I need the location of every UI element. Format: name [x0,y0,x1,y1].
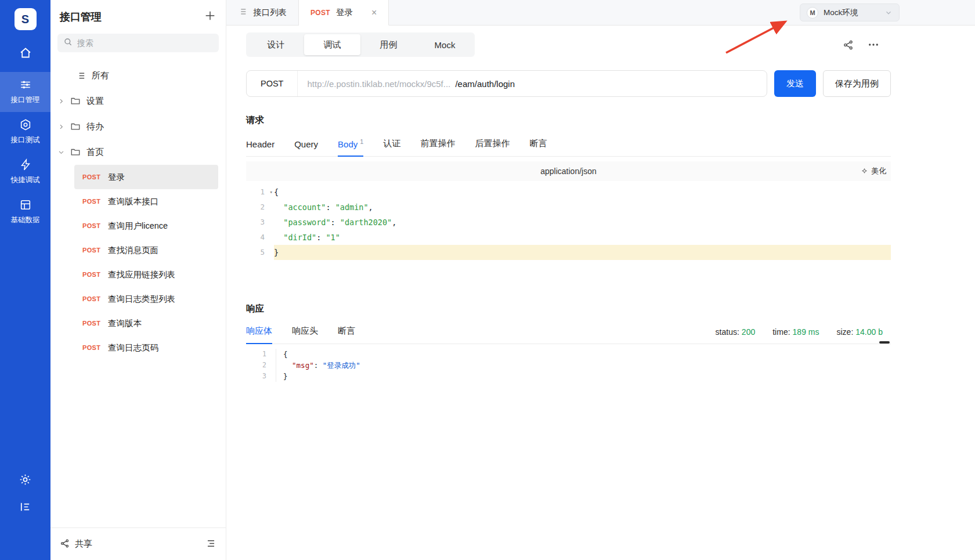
code-text[interactable]: "password": "darth2020", [274,215,891,230]
share-icon[interactable] [60,539,70,550]
request-tab-前置操作[interactable]: 前置操作 [420,138,455,156]
settings-gear-icon[interactable] [19,473,32,486]
mode-tab-Mock[interactable]: Mock [417,34,473,55]
method-tag: POST [82,344,101,351]
request-tab-认证[interactable]: 认证 [383,138,400,156]
close-icon[interactable]: × [371,8,377,18]
rail-bottom [19,473,32,560]
request-tab-断言[interactable]: 断言 [529,138,547,156]
tab-label: 后置操作 [475,138,510,148]
code-line: 1{ [246,349,891,360]
tab-badge: 1 [360,138,363,145]
save-as-case-button[interactable]: 保存为用例 [823,70,891,97]
env-badge: M [807,7,818,19]
mode-tab-调试[interactable]: 调试 [304,34,360,55]
time-value: 189 ms [793,327,819,337]
response-tab-断言[interactable]: 断言 [338,326,355,344]
fold-caret-icon[interactable]: ▾ [270,185,273,200]
more-icon[interactable] [868,39,879,50]
mode-switcher: 设计 调试 用例 Mock [246,32,475,57]
code-text[interactable]: "msg": "登录成功" [283,360,891,371]
sidebar-api-查询用户licence[interactable]: POST 查询用户licence [74,214,218,238]
api-name: 查询用户licence [108,221,168,232]
app-logo: S [15,8,37,30]
request-tab-Header[interactable]: Header [246,139,275,156]
code-text[interactable]: "account": "admin", [274,200,891,215]
request-tab-Body[interactable]: Body1 [338,139,363,156]
outline-icon[interactable] [205,538,216,551]
sidebar-api-查询版本[interactable]: POST 查询版本 [74,311,218,335]
time-meta: time:189 ms [772,327,819,337]
method-tag: POST [82,222,101,229]
chevron-icon[interactable] [58,147,64,157]
method-select[interactable]: POST [247,71,298,96]
env-selector[interactable]: M Mock环境 [800,3,900,21]
request-tabs: Header Query Body1 认证 前置操作 后置操作 断言 [246,138,891,157]
search-input[interactable] [77,38,213,48]
sidebar-title: 接口管理 [60,10,102,24]
sidebar-api-查询版本接口[interactable]: POST 查询版本接口 [74,189,218,214]
sidebar-api-查找消息页面[interactable]: POST 查找消息页面 [74,238,218,262]
sidebar-api-查询日志类型列表[interactable]: POST 查询日志类型列表 [74,287,218,311]
chevron-down-icon [884,9,893,17]
sidebar-api-查找应用链接列表[interactable]: POST 查找应用链接列表 [74,262,218,287]
sidebar-folder-首页[interactable]: 首页 [50,139,226,165]
url-input[interactable]: http://e.postin.tiklab.net/mockx/9c5f...… [298,79,515,89]
response-tab-响应头[interactable]: 响应头 [292,326,318,344]
scrollbar-handle[interactable] [879,341,890,344]
api-name: 查找应用链接列表 [108,269,175,280]
request-tab-后置操作[interactable]: 后置操作 [475,138,510,156]
beautify-button[interactable]: 美化 [861,166,886,176]
sidebar-item-all[interactable]: 所有 [50,63,226,88]
code-text[interactable]: { [274,185,891,200]
folder-icon [70,147,81,157]
code-text[interactable]: "dirId": "1" [274,230,891,245]
share-label[interactable]: 共享 [75,539,92,550]
content-type-label: application/json [540,167,597,176]
send-button[interactable]: 发送 [774,70,816,97]
method-tag: POST [82,174,101,180]
code-text[interactable]: { [283,349,891,360]
rail-nav: 接口管理 接口测试 快捷调试 基础数据 [0,72,50,232]
rail-item-quick-debug[interactable]: 快捷调试 [0,152,50,192]
rail-item-api-manage[interactable]: 接口管理 [0,72,50,112]
sidebar-folder-设置[interactable]: 设置 [50,88,226,114]
line-number: 2 [246,200,274,215]
size-label: size: [836,327,853,337]
request-body-editor[interactable]: 1▾{2 "account": "admin",3 "password": "d… [246,181,891,279]
rail-item-label: 接口测试 [11,135,40,145]
tab-api-list[interactable]: 接口列表 [226,0,299,25]
code-text[interactable]: } [283,371,891,382]
rail-item-api-test[interactable]: 接口测试 [0,112,50,152]
method-tag: POST [310,9,330,17]
sidebar-folder-待办[interactable]: 待办 [50,114,226,139]
sidebar-api-登录[interactable]: POST 登录 [74,165,218,189]
rail-item-basic-data[interactable]: 基础数据 [0,192,50,232]
mode-tab-设计[interactable]: 设计 [248,34,304,55]
request-tab-Query[interactable]: Query [294,139,318,156]
tab-label: 响应头 [292,326,318,335]
main-content: 设计 调试 用例 Mock POST [246,26,891,560]
tree-label: 首页 [86,147,104,158]
add-api-button[interactable] [204,9,216,24]
chevron-icon[interactable] [58,96,64,106]
status-meta: status:200 [716,327,756,337]
line-number: 4 [246,230,274,245]
chevron-icon[interactable] [58,122,64,132]
home-icon[interactable] [19,45,32,60]
api-name: 查询版本 [108,318,142,329]
collapse-panel-icon[interactable] [19,500,32,514]
response-body-editor[interactable]: 1{2 "msg": "登录成功"3} [246,344,891,560]
share-icon[interactable] [843,39,854,50]
tab-label: Query [294,139,318,149]
response-tabs: 响应体 响应头 断言 [246,326,355,344]
code-text[interactable]: } [274,245,891,260]
tab-login[interactable]: POST 登录 × [299,0,389,26]
method-tag: POST [82,295,101,302]
response-tab-响应体[interactable]: 响应体 [246,326,272,344]
mode-tab-用例[interactable]: 用例 [360,34,417,55]
toolbar-icons [843,39,891,50]
sidebar-api-查询日志页码[interactable]: POST 查询日志页码 [74,335,218,360]
code-line: 1▾{ [246,185,891,200]
response-section-title: 响应 [246,303,891,315]
